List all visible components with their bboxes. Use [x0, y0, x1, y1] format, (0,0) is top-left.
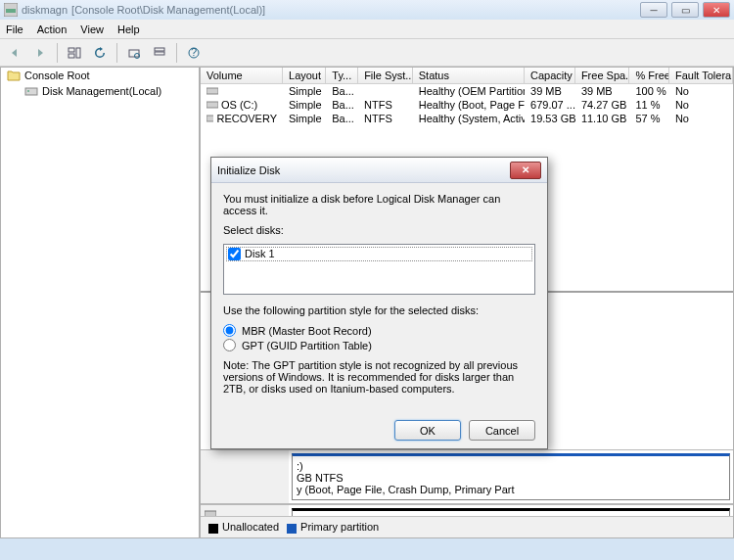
- titlebar: diskmagn [Console Root\Disk Management(L…: [0, 0, 734, 20]
- disk0-row-partial[interactable]: :) GB NTFS y (Boot, Page File, Crash Dum…: [201, 449, 733, 504]
- tree-diskmgmt-label: Disk Management(Local): [42, 85, 161, 97]
- part-os-fs: GB NTFS: [297, 472, 725, 484]
- legend-primary-box: [287, 524, 297, 534]
- legend-unalloc-label: Unallocated: [222, 521, 279, 533]
- disk-icon: [24, 85, 38, 97]
- col-status[interactable]: Status: [413, 68, 525, 83]
- gpt-label: GPT (GUID Partition Table): [242, 340, 372, 351]
- col-volume[interactable]: Volume: [201, 68, 283, 83]
- gpt-radio-item[interactable]: GPT (GUID Partition Table): [223, 339, 535, 351]
- dialog-message: You must initialize a disk before Logica…: [223, 193, 535, 216]
- forward-button[interactable]: [29, 42, 51, 64]
- part-os-label: :): [297, 460, 725, 472]
- view-icon[interactable]: [64, 42, 85, 64]
- volume-row[interactable]: SimpleBa...Healthy (OEM Partition)39 MB3…: [201, 84, 733, 98]
- volume-row[interactable]: OS (C:)SimpleBa...NTFSHealthy (Boot, Pag…: [201, 98, 733, 112]
- col-fault[interactable]: Fault Tolera...: [669, 68, 733, 83]
- window-title: diskmagn: [22, 4, 68, 16]
- grid-header: Volume Layout Ty... File Syst... Status …: [201, 68, 733, 84]
- mbr-label: MBR (Master Boot Record): [242, 325, 372, 337]
- partition-os[interactable]: :) GB NTFS y (Boot, Page File, Crash Dum…: [292, 453, 730, 500]
- mbr-radio[interactable]: [223, 324, 236, 337]
- disk1-checkbox[interactable]: [228, 248, 241, 260]
- tree-root[interactable]: Console Root: [1, 68, 199, 83]
- col-free[interactable]: Free Spa...: [575, 68, 630, 83]
- rescan-icon[interactable]: [123, 42, 145, 64]
- svg-rect-1: [6, 9, 16, 13]
- legend: Unallocated Primary partition: [201, 516, 733, 537]
- dialog-title: Initialize Disk: [217, 164, 280, 176]
- svg-point-12: [27, 90, 29, 92]
- refresh-icon[interactable]: [89, 42, 111, 64]
- disk-listbox[interactable]: Disk 1: [223, 244, 535, 295]
- col-capacity[interactable]: Capacity: [525, 68, 575, 83]
- menu-file[interactable]: File: [6, 23, 23, 35]
- disk-glyph-icon: [205, 509, 216, 516]
- tree-root-label: Console Root: [24, 70, 90, 81]
- cancel-button[interactable]: Cancel: [469, 420, 535, 441]
- volume-row[interactable]: RECOVERYSimpleBa...NTFSHealthy (System, …: [201, 112, 733, 125]
- legend-primary-label: Primary partition: [300, 521, 379, 533]
- svg-rect-11: [25, 88, 37, 95]
- col-fs[interactable]: File Syst...: [358, 68, 413, 83]
- col-layout[interactable]: Layout: [283, 68, 326, 83]
- dialog-note: Note: The GPT partition style is not rec…: [223, 359, 535, 395]
- disk1-checkbox-item[interactable]: Disk 1: [226, 247, 532, 261]
- app-icon: [4, 3, 18, 17]
- menu-action[interactable]: Action: [37, 23, 68, 35]
- part-os-status: y (Boot, Page File, Crash Dump, Primary …: [297, 484, 725, 495]
- menu-help[interactable]: Help: [117, 23, 140, 35]
- gpt-radio[interactable]: [223, 339, 236, 351]
- toolbar: ?: [0, 39, 734, 67]
- svg-rect-13: [206, 88, 218, 94]
- close-button[interactable]: ✕: [703, 2, 730, 18]
- svg-rect-7: [155, 48, 164, 51]
- svg-rect-2: [69, 48, 74, 52]
- svg-text:?: ?: [191, 47, 197, 58]
- select-disks-label: Select disks:: [223, 224, 535, 236]
- legend-unalloc-box: [208, 524, 218, 534]
- back-button[interactable]: [4, 42, 25, 64]
- dialog-close-button[interactable]: ✕: [510, 162, 541, 179]
- col-pct[interactable]: % Free: [629, 68, 668, 83]
- col-type[interactable]: Ty...: [326, 68, 358, 83]
- svg-rect-15: [206, 116, 213, 121]
- svg-rect-16: [205, 511, 216, 516]
- disk1-row[interactable]: Unknown 59.63 GB Not Initialized 59.63 G…: [201, 504, 733, 516]
- folder-icon: [7, 70, 21, 81]
- list-icon[interactable]: [149, 42, 170, 64]
- partition-style-label: Use the following partition style for th…: [223, 304, 535, 316]
- maximize-button[interactable]: ▭: [671, 2, 699, 18]
- disk1-check-label: Disk 1: [245, 248, 275, 260]
- tree-diskmgmt[interactable]: Disk Management(Local): [1, 83, 199, 99]
- window-subtitle: [Console Root\Disk Management(Local)]: [71, 4, 265, 16]
- help-icon[interactable]: ?: [183, 42, 205, 64]
- initialize-disk-dialog: Initialize Disk ✕ You must initialize a …: [210, 157, 548, 449]
- menu-view[interactable]: View: [80, 23, 104, 35]
- partition-unallocated[interactable]: 59.63 GB Unallocated: [292, 508, 730, 516]
- ok-button[interactable]: OK: [394, 420, 461, 441]
- menubar: File Action View Help: [0, 20, 734, 39]
- tree-panel: Console Root Disk Management(Local): [0, 67, 200, 538]
- dialog-titlebar[interactable]: Initialize Disk ✕: [211, 158, 547, 183]
- mbr-radio-item[interactable]: MBR (Master Boot Record): [223, 324, 535, 337]
- svg-rect-4: [76, 48, 80, 58]
- minimize-button[interactable]: ─: [640, 2, 667, 18]
- svg-rect-3: [69, 54, 74, 58]
- svg-rect-8: [155, 52, 164, 55]
- svg-rect-14: [206, 102, 218, 108]
